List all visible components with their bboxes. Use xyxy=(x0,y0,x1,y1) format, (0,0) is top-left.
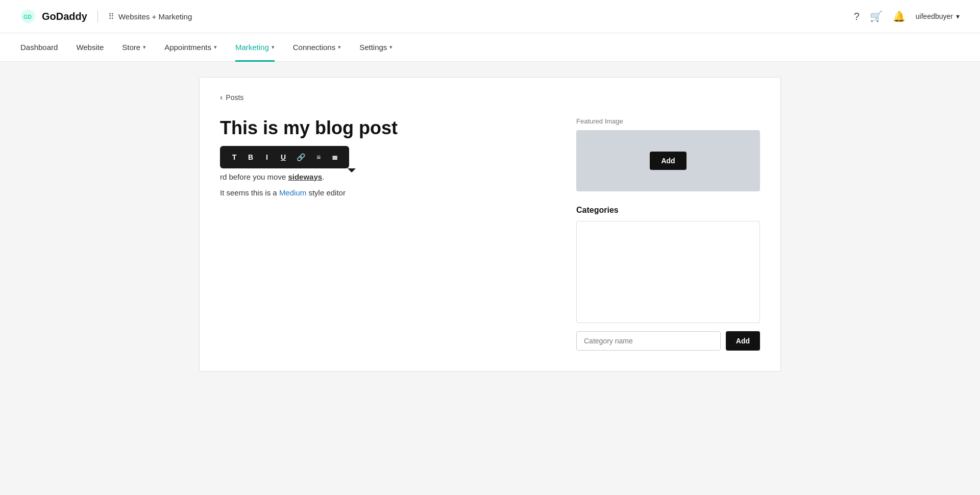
categories-box xyxy=(576,221,760,323)
blog-title[interactable]: This is my blog post xyxy=(220,117,556,139)
nav-item-website[interactable]: Website xyxy=(76,33,104,62)
connections-chevron-icon: ▾ xyxy=(338,44,341,51)
toolbar-list-btn[interactable]: ≡ xyxy=(311,150,326,164)
nav-label-connections: Connections xyxy=(293,43,335,52)
blog-line3-highlight: Medium xyxy=(279,188,306,197)
main-wrapper: ‹ Posts This is my blog post T B I U 🔗 ≡… xyxy=(179,62,801,387)
back-link-text: Posts xyxy=(226,93,243,102)
logo-divider xyxy=(97,10,98,22)
category-input-row: Add xyxy=(576,331,760,351)
store-chevron-icon: ▾ xyxy=(143,44,146,51)
topbar-left: GD GoDaddy ⠿ Websites + Marketing xyxy=(20,9,192,24)
topbar-right: ? 🛒 🔔 uifeedbuyer ▾ xyxy=(854,10,960,22)
marketing-chevron-icon: ▾ xyxy=(272,44,275,51)
toolbar-caret xyxy=(348,168,356,172)
add-image-button[interactable]: Add xyxy=(650,152,686,170)
godaddy-logo-icon: GD xyxy=(20,9,36,24)
logo-area: GD GoDaddy xyxy=(20,9,87,24)
editor-main: This is my blog post T B I U 🔗 ≡ ≣ Here … xyxy=(220,117,556,351)
toolbar-italic-btn[interactable]: I xyxy=(260,150,274,164)
blog-line2: rd before you move sideways. xyxy=(220,170,556,184)
toolbar-list2-btn[interactable]: ≣ xyxy=(328,150,342,164)
category-name-input[interactable] xyxy=(576,331,721,351)
blog-line2-prefix: rd before you move xyxy=(220,172,288,181)
back-link[interactable]: ‹ Posts xyxy=(220,93,760,102)
featured-image-box: Add xyxy=(576,130,760,191)
editor-sidebar: Featured Image Add Categories Add xyxy=(576,117,760,351)
app-name: ⠿ Websites + Marketing xyxy=(108,12,192,21)
categories-label: Categories xyxy=(576,206,760,215)
nav-item-appointments[interactable]: Appointments ▾ xyxy=(164,33,217,62)
toolbar-text-btn[interactable]: T xyxy=(227,150,241,164)
blog-line2-link: sideways xyxy=(288,172,322,181)
help-icon[interactable]: ? xyxy=(854,11,860,22)
nav-item-store[interactable]: Store ▾ xyxy=(122,33,146,62)
blog-line3: It seems this is a Medium style editor xyxy=(220,186,556,200)
bell-icon[interactable]: 🔔 xyxy=(893,10,905,22)
floating-toolbar: T B I U 🔗 ≡ ≣ xyxy=(220,146,349,168)
nav-label-marketing: Marketing xyxy=(235,43,269,52)
appointments-chevron-icon: ▾ xyxy=(214,44,217,51)
toolbar-bold-btn[interactable]: B xyxy=(243,150,258,164)
settings-chevron-icon: ▾ xyxy=(389,44,393,51)
topbar: GD GoDaddy ⠿ Websites + Marketing ? 🛒 🔔 … xyxy=(0,0,980,33)
featured-image-label: Featured Image xyxy=(576,117,760,125)
editor-layout: This is my blog post T B I U 🔗 ≡ ≣ Here … xyxy=(220,117,760,351)
nav-label-appointments: Appointments xyxy=(164,43,211,52)
nav-item-settings[interactable]: Settings ▾ xyxy=(359,33,393,62)
back-arrow-icon: ‹ xyxy=(220,93,223,102)
blog-line3-prefix: It seems this is a xyxy=(220,188,279,197)
nav-item-connections[interactable]: Connections ▾ xyxy=(293,33,341,62)
logo-text: GoDaddy xyxy=(42,11,87,22)
blog-line2-suffix: . xyxy=(322,172,324,181)
toolbar-underline-btn[interactable]: U xyxy=(276,150,290,164)
category-add-button[interactable]: Add xyxy=(726,331,760,351)
cart-icon[interactable]: 🛒 xyxy=(870,10,883,22)
content-card: ‹ Posts This is my blog post T B I U 🔗 ≡… xyxy=(199,77,781,372)
nav-item-marketing[interactable]: Marketing ▾ xyxy=(235,33,275,62)
user-chevron-icon: ▾ xyxy=(956,12,960,20)
toolbar-link-btn[interactable]: 🔗 xyxy=(292,150,309,164)
nav-label-store: Store xyxy=(122,43,140,52)
blog-body[interactable]: T B I U 🔗 ≡ ≣ Here is me creating the bl… xyxy=(220,151,556,200)
user-name: uifeedbuyer xyxy=(916,12,953,20)
user-menu[interactable]: uifeedbuyer ▾ xyxy=(916,12,960,20)
grid-icon: ⠿ xyxy=(108,12,114,21)
svg-text:GD: GD xyxy=(23,14,32,20)
nav-label-website: Website xyxy=(76,43,104,52)
nav-item-dashboard[interactable]: Dashboard xyxy=(20,33,58,62)
nav-label-dashboard: Dashboard xyxy=(20,43,58,52)
nav-label-settings: Settings xyxy=(359,43,387,52)
navbar: Dashboard Website Store ▾ Appointments ▾… xyxy=(0,33,980,62)
blog-line3-suffix: style editor xyxy=(306,188,346,197)
app-name-text: Websites + Marketing xyxy=(118,12,192,21)
